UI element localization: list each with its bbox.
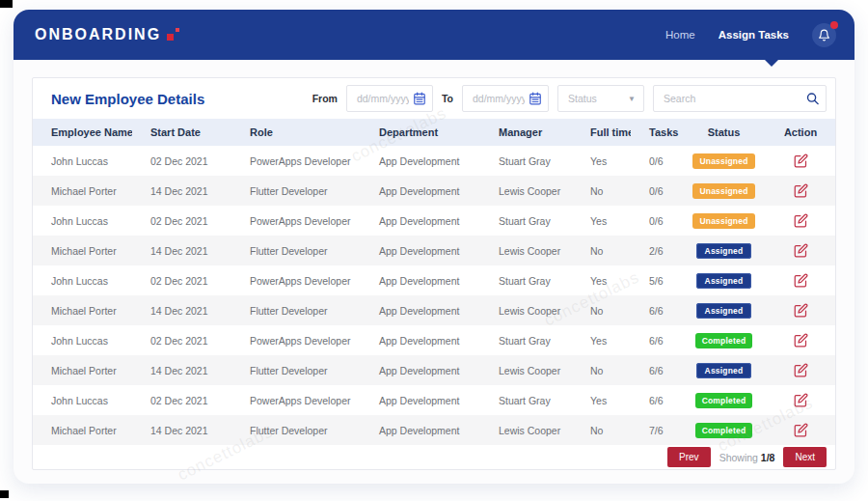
manager-cell: Lewis Cooper (480, 236, 572, 265)
status-badge: Assigned (696, 273, 751, 289)
table-row: Michael Porter 14 Dec 2021 Flutter Devel… (33, 355, 835, 385)
department-cell: App Development (361, 265, 480, 295)
filter-bar: New Employee Details From To (33, 78, 835, 119)
search-icon[interactable] (805, 92, 820, 106)
edit-icon (794, 333, 808, 348)
manager-cell: Lewis Cooper (480, 295, 572, 325)
status-cell: Unassigned (682, 146, 766, 176)
active-tab-pointer (765, 60, 778, 67)
to-label: To (442, 93, 453, 104)
department-cell: App Development (361, 415, 480, 445)
column-header-start-date: Start Date (132, 119, 231, 146)
edit-icon (794, 423, 808, 437)
from-date-field (346, 85, 433, 112)
column-header-employee-name: Employee Name (33, 119, 132, 146)
employee-name-cell: John Luccas (33, 385, 132, 415)
table-row: John Luccas 02 Dec 2021 PowerApps Develo… (33, 206, 835, 236)
calendar-icon[interactable] (529, 92, 542, 105)
calendar-icon[interactable] (413, 92, 426, 105)
status-badge: Unassigned (692, 213, 754, 229)
edit-icon (794, 303, 808, 318)
pagination-bar: Prev Showing 1/8 Next (33, 445, 835, 469)
department-cell: App Development (361, 176, 480, 206)
table-row: Michael Porter 14 Dec 2021 Flutter Devel… (33, 295, 835, 325)
nav-menu: Home Assign Tasks (665, 23, 836, 47)
table-row: Michael Porter 14 Dec 2021 Flutter Devel… (33, 176, 835, 206)
edit-action-button[interactable] (794, 303, 808, 318)
edit-action-button[interactable] (794, 273, 808, 288)
table-row: Michael Porter 14 Dec 2021 Flutter Devel… (33, 415, 835, 445)
showing-status: Showing 1/8 (719, 452, 775, 463)
nav-item-assign-tasks[interactable]: Assign Tasks (719, 29, 789, 41)
edit-action-button[interactable] (794, 183, 808, 198)
edit-action-button[interactable] (794, 243, 808, 258)
status-badge: Assigned (696, 243, 751, 259)
edit-action-button[interactable] (794, 333, 808, 348)
chevron-down-icon: ▼ (628, 95, 636, 103)
manager-cell: Lewis Cooper (480, 415, 572, 445)
edit-action-button[interactable] (794, 213, 808, 228)
employee-name-cell: Michael Porter (33, 236, 132, 265)
edit-action-button[interactable] (794, 393, 808, 407)
notification-badge (830, 21, 838, 29)
edit-icon (794, 393, 808, 407)
status-cell: Unassigned (682, 176, 766, 206)
action-cell (766, 265, 835, 295)
action-cell (766, 206, 835, 236)
employee-name-cell: Michael Porter (33, 355, 132, 385)
role-cell: PowerApps Developer (231, 265, 361, 295)
manager-cell: Stuart Gray (480, 265, 572, 295)
fulltime-cell: No (572, 415, 631, 445)
search-input[interactable] (653, 85, 827, 112)
status-badge: Unassigned (692, 153, 754, 169)
column-header-status: Status (682, 119, 766, 146)
department-cell: App Development (361, 236, 480, 265)
edit-icon (794, 273, 808, 288)
filter-controls: From To (312, 85, 827, 112)
prev-button[interactable]: Prev (667, 447, 711, 467)
action-cell (766, 385, 835, 415)
fulltime-cell: Yes (572, 206, 631, 236)
employee-name-cell: John Luccas (33, 265, 132, 295)
department-cell: App Development (361, 385, 480, 415)
status-select[interactable]: Status ▼ (557, 85, 644, 112)
action-cell (766, 355, 835, 385)
table-header: Employee NameStart DateRoleDepartmentMan… (33, 119, 835, 146)
tasks-cell: 7/6 (631, 415, 682, 445)
employee-name-cell: John Luccas (33, 325, 132, 355)
employee-name-cell: Michael Porter (33, 176, 132, 206)
tasks-cell: 5/6 (631, 265, 682, 295)
next-button[interactable]: Next (783, 447, 827, 467)
navbar: ONBOARDING Home Assign Tasks (14, 10, 854, 60)
edit-action-button[interactable] (794, 363, 808, 377)
tasks-cell: 0/6 (631, 146, 682, 176)
action-cell (766, 295, 835, 325)
role-cell: Flutter Developer (231, 355, 361, 385)
fulltime-cell: No (572, 236, 631, 265)
status-badge: Unassigned (692, 183, 754, 199)
department-cell: App Development (361, 355, 480, 385)
status-badge: Completed (695, 423, 753, 438)
employee-table: Employee NameStart DateRoleDepartmentMan… (33, 119, 835, 445)
edit-icon (794, 363, 808, 377)
tasks-cell: 6/6 (631, 325, 682, 355)
employee-name-cell: John Luccas (33, 146, 132, 176)
action-cell (766, 325, 835, 355)
nav-item-home[interactable]: Home (665, 29, 695, 41)
edit-action-button[interactable] (794, 153, 808, 168)
notifications-button[interactable] (812, 23, 836, 47)
department-cell: App Development (361, 206, 480, 236)
edit-action-button[interactable] (794, 423, 808, 437)
edit-icon (794, 183, 808, 198)
table-row: John Luccas 02 Dec 2021 PowerApps Develo… (33, 265, 835, 295)
page-title: New Employee Details (51, 91, 204, 107)
showing-label: Showing (719, 452, 758, 463)
screenshot-artifact-bottom (0, 490, 9, 498)
role-cell: Flutter Developer (231, 415, 361, 445)
start-date-cell: 02 Dec 2021 (132, 385, 231, 415)
start-date-cell: 02 Dec 2021 (132, 146, 231, 176)
bell-icon (818, 29, 830, 42)
role-cell: PowerApps Developer (231, 385, 361, 415)
status-cell: Completed (682, 385, 766, 415)
manager-cell: Lewis Cooper (480, 176, 572, 206)
